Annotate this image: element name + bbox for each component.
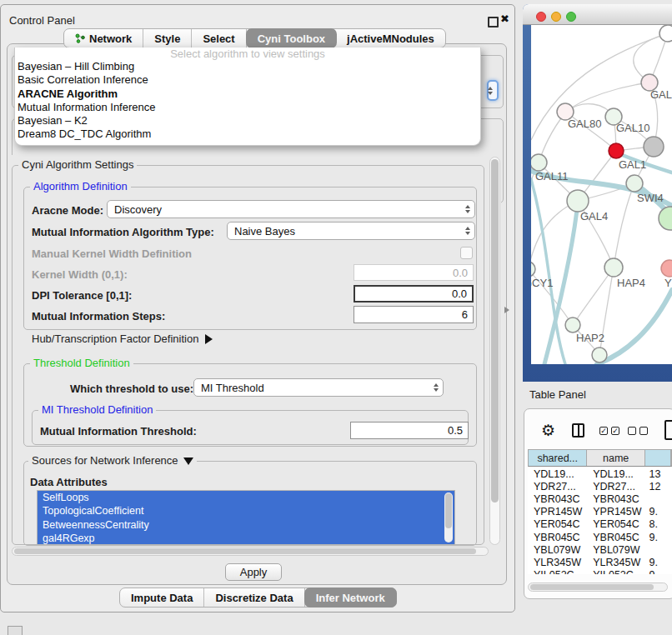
columns-icon[interactable]	[572, 423, 584, 438]
kernel-width-input[interactable]: 0.0	[354, 264, 474, 281]
tab-network[interactable]: Network	[64, 29, 143, 48]
zoom-window-icon[interactable]	[566, 12, 576, 22]
table-row[interactable]: YBR043CYBR043C	[528, 492, 672, 505]
tab-style[interactable]: Style	[143, 29, 192, 48]
data-attribute-item[interactable]: BetweennessCentrality	[38, 518, 454, 532]
network-node[interactable]	[659, 25, 672, 42]
mi-threshold-definition-title: MI Threshold Definition	[38, 404, 156, 416]
which-threshold-select[interactable]: MI Threshold	[193, 378, 444, 397]
table-row[interactable]: YDR27...YDR27...12	[528, 480, 672, 492]
data-attributes-list[interactable]: SelfLoopsTopologicalCoefficientBetweenne…	[37, 490, 455, 545]
node-label: GAL4	[580, 210, 608, 222]
bottom-tab-discretize-data[interactable]: Discretize Data	[204, 588, 304, 607]
manual-kernel-width-checkbox[interactable]	[460, 247, 473, 259]
table-cell: YLR345W	[528, 557, 587, 568]
settings-horizontal-scrollbar[interactable]	[12, 547, 489, 556]
network-node-GCY1[interactable]	[531, 262, 535, 277]
tab-label: jActiveMNodules	[347, 32, 434, 45]
panel-divider-grip[interactable]	[504, 307, 509, 313]
column-header-hidden[interactable]	[645, 450, 671, 466]
table-row[interactable]: YBR045CYBR045C9.	[528, 531, 672, 543]
table-row[interactable]: YPR145WYPR145W9.	[528, 506, 672, 518]
data-attribute-item[interactable]: TopologicalCoefficient	[38, 504, 454, 518]
collapsed-arrow-icon	[205, 334, 213, 344]
algorithm-option[interactable]: Basic Correlation Inference	[15, 73, 480, 87]
gear-icon[interactable]: ⚙	[541, 421, 555, 439]
tab-jactivemnodules[interactable]: jActiveMNodules	[336, 29, 445, 48]
tab-label: Select	[203, 32, 234, 45]
table-row[interactable]: YER054CYER054C8.	[528, 518, 672, 531]
control-panel-tabs: NetworkStyleSelectCyni ToolboxjActiveMNo…	[63, 28, 446, 48]
aracne-mode-select[interactable]: Discovery	[107, 200, 475, 218]
mi-threshold-value: 0.5	[448, 424, 463, 437]
mi-algorithm-type-select[interactable]: Naive Bayes	[227, 222, 475, 240]
network-edge[interactable]	[566, 82, 649, 112]
network-edge[interactable]	[573, 268, 614, 325]
list-scrollbar[interactable]	[444, 492, 453, 542]
apply-button[interactable]: Apply	[225, 563, 282, 581]
network-node-GAL11[interactable]	[531, 154, 547, 171]
bottom-tab-impute-data[interactable]: Impute Data	[120, 588, 204, 607]
table-cell: 12	[645, 481, 672, 492]
table-cell: YBR045C	[528, 532, 587, 543]
table-row[interactable]: YDL19...YDL19...13	[528, 468, 672, 480]
dpi-tolerance-value: 0.0	[452, 288, 467, 300]
algorithm-option[interactable]: Bayesian – K2	[15, 114, 480, 128]
table-row[interactable]: YIL052CYIL052C9	[528, 569, 672, 575]
network-node-SWI4[interactable]	[626, 175, 643, 192]
bottom-tab-infer-network[interactable]: Infer Network	[304, 588, 397, 608]
float-window-icon[interactable]	[488, 17, 499, 28]
network-node[interactable]	[592, 348, 607, 362]
network-edge[interactable]	[614, 183, 634, 268]
manual-kernel-width-label: Manual Kernel Width Definition	[32, 248, 192, 260]
hub-transcription-section-toggle[interactable]: Hub/Transcription Factor Definition	[32, 332, 213, 345]
dpi-tolerance-input[interactable]: 0.0	[354, 285, 474, 302]
close-window-icon[interactable]	[536, 12, 546, 22]
algorithm-option[interactable]: Bayesian – Hill Climbing	[15, 60, 480, 73]
combo-spinner-icon	[465, 227, 470, 235]
table-cell: YLR345W	[587, 557, 645, 568]
network-node-HAP2[interactable]	[565, 318, 580, 332]
tab-cyni-toolbox[interactable]: Cyni Toolbox	[246, 28, 337, 48]
collapsed-panel-square[interactable]	[8, 626, 23, 635]
table-horizontal-scrollbar[interactable]	[528, 582, 668, 592]
data-attribute-item[interactable]: gal4RGexp	[38, 532, 454, 545]
tab-label: Cyni Toolbox	[258, 32, 325, 45]
table-row[interactable]: YBL079WYBL079W	[528, 543, 672, 556]
network-node[interactable]	[659, 207, 672, 230]
network-edge-highlighted[interactable]	[531, 179, 565, 364]
combo-spinner-icon	[434, 383, 439, 392]
table-cell: YDR27...	[528, 481, 587, 492]
column-header-shared...[interactable]: shared...	[529, 450, 587, 466]
table-cell: YER054C	[587, 518, 645, 530]
sources-group-title[interactable]: Sources for Network Inference	[28, 455, 197, 467]
settings-vertical-scrollbar[interactable]	[489, 157, 500, 545]
mi-steps-label: Mutual Information Steps:	[32, 310, 165, 322]
mi-steps-input[interactable]: 6	[354, 306, 474, 323]
network-node-GAL1[interactable]	[609, 143, 624, 158]
tab-select[interactable]: Select	[192, 29, 246, 48]
algorithm-option[interactable]: Dream8 DC_TDC Algorithm	[15, 128, 480, 141]
minimize-window-icon[interactable]	[551, 12, 561, 22]
network-node[interactable]	[644, 137, 664, 157]
network-window-titlebar[interactable]	[523, 4, 672, 25]
column-header-name[interactable]: name	[587, 450, 644, 466]
network-node-Y[interactable]	[661, 260, 672, 277]
tab-label: Style	[154, 32, 180, 45]
data-attribute-item[interactable]: SelfLoops	[38, 491, 454, 504]
table-row[interactable]: YLR345WYLR345W9.	[528, 556, 672, 568]
mi-algorithm-type-label: Mutual Information Algorithm Type:	[32, 226, 214, 238]
algorithm-option[interactable]: ARACNE Algorithm	[15, 88, 480, 101]
checked-box-icon: ✓	[599, 427, 608, 435]
node-label: GAL10	[616, 122, 649, 134]
network-canvas[interactable]: GALGAL80GAL10GAL1GAL11SWI4GAL4GCY1HAP4YH…	[531, 25, 672, 364]
hide-columns-icon[interactable]	[628, 427, 648, 435]
close-icon[interactable]: ✖	[500, 12, 509, 25]
node-label: HAP4	[617, 277, 645, 289]
show-columns-icon[interactable]: ✓ ✓	[599, 427, 619, 435]
algorithm-option[interactable]: Mutual Information Inference	[15, 101, 480, 114]
mi-threshold-input[interactable]: 0.5	[350, 422, 469, 439]
new-column-icon[interactable]	[664, 420, 672, 440]
network-node-GAL4[interactable]	[567, 190, 589, 212]
network-node-HAP4[interactable]	[604, 258, 623, 277]
